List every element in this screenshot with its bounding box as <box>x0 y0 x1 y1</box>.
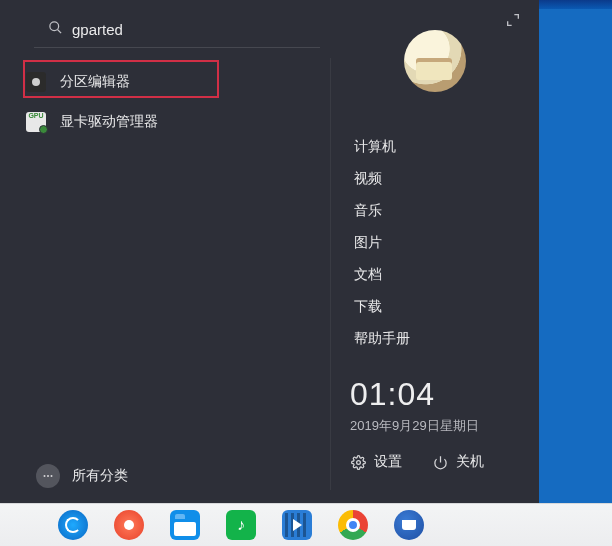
video-icon[interactable] <box>282 510 312 540</box>
result-item-gpu-driver-manager[interactable]: 显卡驱动管理器 <box>18 102 312 142</box>
places-list: 计算机 视频 音乐 图片 文档 下载 帮助手册 <box>330 138 539 348</box>
clock-time: 01:04 <box>350 376 539 413</box>
svg-point-5 <box>356 460 360 464</box>
svg-point-2 <box>44 475 46 477</box>
svg-line-1 <box>58 30 61 33</box>
disk-icon <box>26 72 46 92</box>
file-manager-icon[interactable] <box>170 510 200 540</box>
gpu-icon <box>26 112 46 132</box>
svg-point-3 <box>47 475 49 477</box>
search-underline <box>34 47 320 48</box>
shutdown-label: 关机 <box>456 453 484 471</box>
search-icon <box>48 20 63 39</box>
launcher-left-pane: 分区编辑器 显卡驱动管理器 所有分类 <box>0 0 330 503</box>
fullscreen-icon[interactable] <box>505 12 525 32</box>
power-icon <box>432 454 448 470</box>
all-categories-icon[interactable] <box>36 464 60 488</box>
clock-date: 2019年9月29日星期日 <box>350 417 539 435</box>
svg-point-4 <box>51 475 53 477</box>
search-results: 分区编辑器 显卡驱动管理器 <box>0 58 330 146</box>
chrome-icon[interactable] <box>338 510 368 540</box>
place-downloads[interactable]: 下载 <box>354 298 539 316</box>
place-pictures[interactable]: 图片 <box>354 234 539 252</box>
place-music[interactable]: 音乐 <box>354 202 539 220</box>
clock-block: 01:04 2019年9月29日星期日 <box>330 376 539 435</box>
thunderbird-icon[interactable] <box>394 510 424 540</box>
desktop-background-sliver <box>539 9 612 503</box>
power-row: 设置 关机 <box>330 453 539 471</box>
result-item-partition-editor[interactable]: 分区编辑器 <box>18 62 312 102</box>
search-input[interactable] <box>48 21 316 38</box>
taskbar <box>0 503 612 546</box>
result-label: 分区编辑器 <box>60 73 130 91</box>
svg-point-0 <box>50 22 59 31</box>
launcher-deepin-icon[interactable] <box>58 510 88 540</box>
search-row <box>0 0 330 58</box>
place-videos[interactable]: 视频 <box>354 170 539 188</box>
all-categories-label[interactable]: 所有分类 <box>72 467 128 485</box>
launcher-menu: 分区编辑器 显卡驱动管理器 所有分类 计算机 视频 音乐 图片 文档 下载 <box>0 0 539 503</box>
settings-label: 设置 <box>374 453 402 471</box>
shutdown-button[interactable]: 关机 <box>432 453 484 471</box>
bottom-left-bar: 所有分类 <box>0 449 330 503</box>
gear-icon <box>350 454 366 470</box>
settings-button[interactable]: 设置 <box>350 453 402 471</box>
place-computer[interactable]: 计算机 <box>354 138 539 156</box>
user-avatar[interactable] <box>404 30 466 92</box>
launcher-right-pane: 计算机 视频 音乐 图片 文档 下载 帮助手册 01:04 2019年9月29日… <box>330 0 539 503</box>
result-label: 显卡驱动管理器 <box>60 113 158 131</box>
app-store-icon[interactable] <box>114 510 144 540</box>
place-help-manual[interactable]: 帮助手册 <box>354 330 539 348</box>
place-documents[interactable]: 文档 <box>354 266 539 284</box>
music-icon[interactable] <box>226 510 256 540</box>
